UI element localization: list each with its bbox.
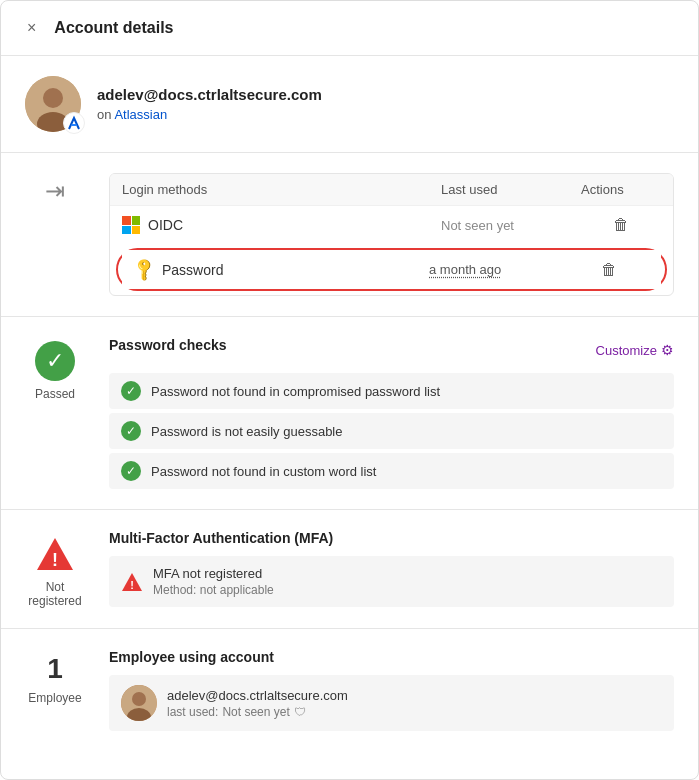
login-icon: ⇥ — [45, 177, 65, 205]
account-details-dialog: × Account details adelev@docs.ctrlaltsec… — [0, 0, 699, 780]
mfa-warning-icon: ! — [121, 571, 143, 593]
mfa-text-block: MFA not registered Method: not applicabl… — [153, 566, 274, 597]
customize-link[interactable]: Customize ⚙ — [596, 342, 674, 358]
passed-label: Passed — [35, 387, 75, 401]
check-text-2: Password is not easily guessable — [151, 424, 343, 439]
passed-icon: ✓ — [35, 341, 75, 381]
method-cell-oidc: OIDC — [122, 216, 441, 234]
oidc-delete-button[interactable]: 🗑 — [581, 216, 661, 234]
warning-triangle-icon: ! — [35, 534, 75, 574]
close-button[interactable]: × — [21, 17, 42, 39]
login-methods-table: Login methods Last used Actions OIDC Not… — [109, 173, 674, 296]
check-pass-icon-3: ✓ — [121, 461, 141, 481]
password-delete-button[interactable]: 🗑 — [569, 261, 649, 279]
shield-icon: 🛡 — [294, 705, 306, 719]
employee-section: 1 Employee Employee using account adelev… — [1, 629, 698, 751]
mfa-content: Multi-Factor Authentication (MFA) ! MFA … — [109, 530, 674, 607]
check-text-3: Password not found in custom word list — [151, 464, 376, 479]
mfa-section-icon: ! Not registered — [25, 530, 85, 608]
employee-email: adelev@docs.ctrlaltsecure.com — [167, 688, 348, 703]
password-checks-section: ✓ Passed Password checks Customize ⚙ ✓ P… — [1, 317, 698, 510]
col-actions: Actions — [581, 182, 661, 197]
password-label: Password — [162, 262, 223, 278]
password-checks-title: Password checks — [109, 337, 227, 353]
dialog-title: Account details — [54, 19, 173, 37]
oidc-label: OIDC — [148, 217, 183, 233]
employee-label: Employee — [28, 691, 81, 705]
check-pass-icon-2: ✓ — [121, 421, 141, 441]
avatar-container — [25, 76, 81, 132]
table-row-password: 🔑 Password a month ago 🗑 — [122, 250, 661, 289]
not-registered-label: Not registered — [25, 580, 85, 608]
login-section-icon: ⇥ — [25, 173, 85, 205]
mfa-section: ! Not registered Multi-Factor Authentica… — [1, 510, 698, 629]
account-info-section: adelev@docs.ctrlaltsecure.com on Atlassi… — [1, 56, 698, 153]
employee-count: 1 — [47, 653, 63, 685]
employee-item: adelev@docs.ctrlaltsecure.com last used:… — [109, 675, 674, 731]
mfa-title: Multi-Factor Authentication (MFA) — [109, 530, 674, 546]
checks-list: ✓ Password not found in compromised pass… — [109, 373, 674, 489]
check-pass-icon-1: ✓ — [121, 381, 141, 401]
atlassian-badge — [63, 112, 85, 134]
microsoft-icon — [122, 216, 140, 234]
col-method: Login methods — [122, 182, 441, 197]
check-text-1: Password not found in compromised passwo… — [151, 384, 440, 399]
dialog-header: × Account details — [1, 1, 698, 56]
warning-icon: ! — [35, 534, 75, 574]
check-item-3: ✓ Password not found in custom word list — [109, 453, 674, 489]
oidc-last-used: Not seen yet — [441, 218, 581, 233]
atlassian-logo — [66, 115, 82, 131]
password-row-wrapper: 🔑 Password a month ago 🗑 — [110, 244, 673, 295]
mfa-method-text: Method: not applicable — [153, 583, 274, 597]
password-last-used: a month ago — [429, 262, 569, 277]
check-item-2: ✓ Password is not easily guessable — [109, 413, 674, 449]
password-checks-icon: ✓ Passed — [25, 337, 85, 401]
login-methods-section: ⇥ Login methods Last used Actions OIDC — [1, 153, 698, 317]
section-title-row: Password checks Customize ⚙ — [109, 337, 674, 363]
svg-text:!: ! — [52, 550, 58, 570]
employee-avatar — [121, 685, 157, 721]
account-platform: on Atlassian — [97, 107, 322, 122]
employee-section-icon: 1 Employee — [25, 649, 85, 705]
table-header: Login methods Last used Actions — [110, 174, 673, 205]
svg-point-8 — [132, 692, 146, 706]
account-details: adelev@docs.ctrlaltsecure.com on Atlassi… — [97, 86, 322, 122]
password-row-highlight: 🔑 Password a month ago 🗑 — [116, 248, 667, 291]
mfa-item: ! MFA not registered Method: not applica… — [109, 556, 674, 607]
gear-icon: ⚙ — [661, 342, 674, 358]
col-last-used: Last used — [441, 182, 581, 197]
password-checks-content: Password checks Customize ⚙ ✓ Password n… — [109, 337, 674, 489]
check-item-1: ✓ Password not found in compromised pass… — [109, 373, 674, 409]
employee-content: Employee using account adelev@docs.ctrla… — [109, 649, 674, 731]
employee-details: adelev@docs.ctrlaltsecure.com last used:… — [167, 688, 348, 719]
key-icon: 🔑 — [130, 256, 158, 284]
employee-last-used: last used: Not seen yet 🛡 — [167, 705, 348, 719]
login-methods-content: Login methods Last used Actions OIDC Not… — [109, 173, 674, 296]
svg-text:!: ! — [130, 579, 134, 591]
employee-section-title: Employee using account — [109, 649, 674, 665]
table-row: OIDC Not seen yet 🗑 — [110, 205, 673, 244]
svg-point-1 — [43, 88, 63, 108]
mfa-not-registered-text: MFA not registered — [153, 566, 274, 581]
employee-avatar-image — [121, 685, 157, 721]
method-cell-password: 🔑 Password — [134, 260, 429, 279]
account-email: adelev@docs.ctrlaltsecure.com — [97, 86, 322, 103]
atlassian-link[interactable]: Atlassian — [114, 107, 167, 122]
